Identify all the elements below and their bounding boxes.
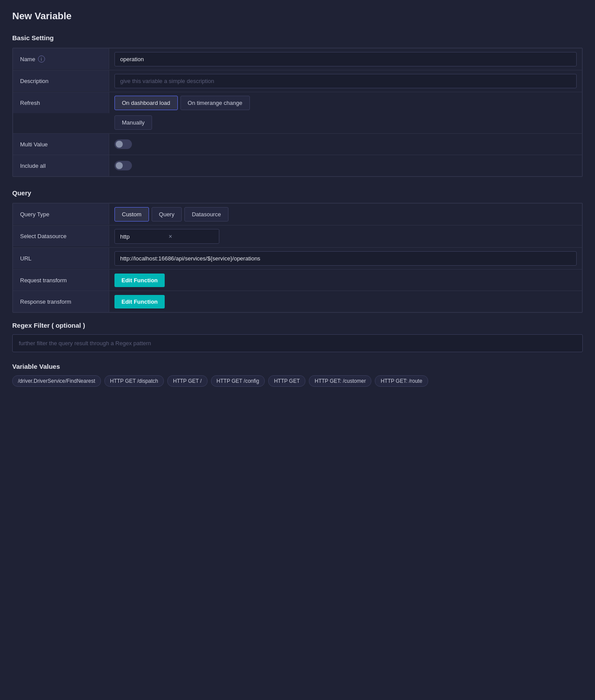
regex-filter-section: Regex Filter ( optional ) bbox=[12, 322, 583, 352]
multi-value-field bbox=[109, 134, 582, 155]
query-type-btn-group: Custom Query Datasource bbox=[114, 207, 228, 222]
query-type-row: Query Type Custom Query Datasource bbox=[13, 203, 582, 225]
refresh-field: On dashboard load On timerange change Ma… bbox=[109, 92, 582, 133]
variable-tag[interactable]: HTTP GET bbox=[268, 375, 305, 387]
variable-values-section: Variable Values /driver.DriverService/Fi… bbox=[12, 363, 583, 387]
name-label: Name i bbox=[13, 49, 109, 69]
variable-tag[interactable]: HTTP GET: /customer bbox=[309, 375, 371, 387]
refresh-manually-row: Manually bbox=[114, 115, 152, 130]
request-transform-label: Request transform bbox=[13, 270, 109, 291]
refresh-row: Refresh On dashboard load On timerange c… bbox=[13, 92, 582, 133]
variable-tag[interactable]: /driver.DriverService/FindNearest bbox=[12, 375, 101, 387]
include-all-row: Include all bbox=[13, 155, 582, 177]
regex-filter-title: Regex Filter ( optional ) bbox=[12, 322, 583, 329]
response-transform-row: Response transform Edit Function bbox=[13, 291, 582, 312]
include-all-toggle[interactable] bbox=[114, 161, 132, 170]
variable-tags-container: /driver.DriverService/FindNearest HTTP G… bbox=[12, 375, 583, 387]
page-title: New Variable bbox=[12, 10, 583, 22]
multi-value-label: Multi Value bbox=[13, 134, 109, 155]
description-field bbox=[109, 70, 582, 92]
multi-value-thumb bbox=[116, 141, 123, 148]
request-transform-row: Request transform Edit Function bbox=[13, 269, 582, 291]
multi-value-row: Multi Value bbox=[13, 133, 582, 155]
query-form: Query Type Custom Query Datasource Selec… bbox=[12, 203, 583, 313]
request-transform-edit-function-button[interactable]: Edit Function bbox=[114, 274, 165, 287]
url-row: URL bbox=[13, 247, 582, 269]
description-row: Description bbox=[13, 70, 582, 92]
include-all-label: Include all bbox=[13, 155, 109, 176]
variable-tag[interactable]: HTTP GET / bbox=[167, 375, 208, 387]
basic-setting-section-title: Basic Setting bbox=[12, 34, 583, 42]
query-type-label: Query Type bbox=[13, 204, 109, 225]
name-info-icon[interactable]: i bbox=[38, 55, 45, 62]
regex-filter-input[interactable] bbox=[12, 334, 583, 352]
description-input[interactable] bbox=[114, 74, 577, 88]
query-type-query-button[interactable]: Query bbox=[152, 207, 182, 222]
select-datasource-field: http × bbox=[109, 225, 582, 247]
query-section-title: Query bbox=[12, 189, 583, 197]
url-input[interactable] bbox=[114, 251, 577, 266]
basic-setting-form: Name i Description Refresh On dashboard … bbox=[12, 48, 583, 177]
refresh-on-dashboard-load-button[interactable]: On dashboard load bbox=[114, 96, 178, 110]
select-datasource-row: Select Datasource http × bbox=[13, 225, 582, 247]
variable-values-title: Variable Values bbox=[12, 363, 583, 370]
refresh-manually-button[interactable]: Manually bbox=[114, 115, 152, 130]
variable-tag[interactable]: HTTP GET: /route bbox=[375, 375, 428, 387]
name-row: Name i bbox=[13, 48, 582, 70]
name-field bbox=[109, 49, 582, 70]
url-field bbox=[109, 248, 582, 269]
select-datasource-label: Select Datasource bbox=[13, 225, 109, 246]
url-label: URL bbox=[13, 248, 109, 269]
request-transform-field: Edit Function bbox=[109, 270, 582, 291]
include-all-field bbox=[109, 155, 582, 176]
name-input[interactable] bbox=[114, 52, 577, 66]
datasource-value: http bbox=[120, 233, 165, 240]
variable-tag[interactable]: HTTP GET /dispatch bbox=[104, 375, 164, 387]
refresh-btn-group: On dashboard load On timerange change bbox=[114, 96, 250, 110]
response-transform-label: Response transform bbox=[13, 291, 109, 312]
response-transform-field: Edit Function bbox=[109, 291, 582, 312]
include-all-thumb bbox=[116, 162, 123, 169]
response-transform-edit-function-button[interactable]: Edit Function bbox=[114, 295, 165, 308]
query-type-custom-button[interactable]: Custom bbox=[114, 207, 149, 222]
datasource-input-wrapper[interactable]: http × bbox=[114, 229, 219, 244]
description-label: Description bbox=[13, 70, 109, 91]
refresh-on-timerange-change-button[interactable]: On timerange change bbox=[180, 96, 250, 110]
query-type-field: Custom Query Datasource bbox=[109, 204, 582, 225]
query-type-datasource-button[interactable]: Datasource bbox=[184, 207, 228, 222]
refresh-label: Refresh bbox=[13, 92, 109, 113]
multi-value-toggle[interactable] bbox=[114, 139, 132, 149]
datasource-clear-icon[interactable]: × bbox=[169, 233, 214, 240]
variable-tag[interactable]: HTTP GET /config bbox=[211, 375, 265, 387]
